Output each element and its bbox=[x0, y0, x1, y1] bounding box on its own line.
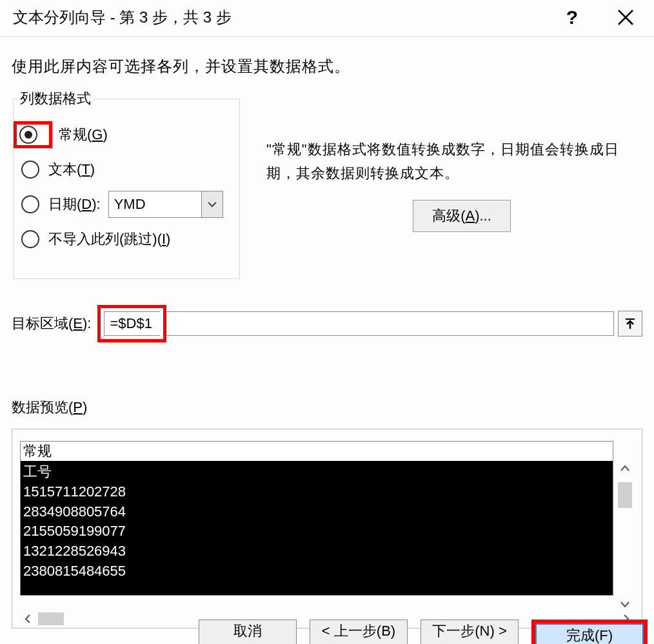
destination-row: 目标区域(E): =$D$1 bbox=[12, 305, 642, 342]
scroll-up-icon[interactable] bbox=[617, 460, 633, 476]
radio-date[interactable] bbox=[21, 195, 39, 213]
group-title: 列数据格式 bbox=[17, 89, 94, 108]
next-button[interactable]: 下一步(N) > bbox=[421, 620, 519, 644]
date-format-value: YMD bbox=[109, 191, 201, 217]
destination-input-rest[interactable] bbox=[163, 311, 614, 336]
format-description: "常规"数据格式将数值转换成数字，日期值会转换成日期，其余数据则转换成文本。 bbox=[266, 137, 647, 186]
vertical-scrollbar[interactable] bbox=[616, 460, 634, 612]
cancel-button[interactable]: 取消 bbox=[199, 620, 297, 644]
radio-text[interactable] bbox=[21, 161, 39, 179]
radio-skip-row[interactable]: 不导入此列(跳过)(I) bbox=[14, 222, 239, 257]
help-icon[interactable]: ? bbox=[566, 6, 578, 28]
radio-text-row[interactable]: 文本(T) bbox=[14, 152, 239, 187]
range-picker-icon[interactable] bbox=[618, 311, 642, 337]
radio-skip[interactable] bbox=[21, 230, 39, 248]
preview-frame: 常规 工号 1515711202728 2834908805764 215505… bbox=[12, 429, 642, 629]
column-format-group: 列数据格式 常规(G) 文本(T) 日期(D): YMD bbox=[13, 99, 240, 279]
preview-data: 工号 1515711202728 2834908805764 215505919… bbox=[21, 461, 613, 595]
finish-button-highlight: 完成(F) bbox=[531, 620, 648, 644]
destination-input-wrap: =$D$1 bbox=[97, 305, 642, 342]
chevron-down-icon[interactable] bbox=[201, 191, 223, 217]
close-icon[interactable] bbox=[617, 8, 635, 26]
radio-general-row[interactable]: 常规(G) bbox=[14, 117, 239, 152]
finish-button[interactable]: 完成(F) bbox=[535, 623, 644, 644]
preview-column-header[interactable]: 常规 bbox=[21, 442, 613, 461]
highlight-general bbox=[14, 121, 52, 148]
date-format-combo[interactable]: YMD bbox=[108, 191, 223, 218]
scroll-thumb-vertical[interactable] bbox=[618, 482, 632, 508]
svg-rect-0 bbox=[626, 318, 635, 320]
destination-input[interactable]: =$D$1 bbox=[104, 311, 160, 336]
title-bar: 文本分列向导 - 第 3 步，共 3 步 ? bbox=[0, 0, 654, 37]
preview-section: 数据预览(P) 常规 工号 1515711202728 283490880576… bbox=[12, 398, 642, 629]
scroll-down-icon[interactable] bbox=[617, 597, 633, 612]
preview-label: 数据预览(P) bbox=[12, 398, 642, 417]
radio-date-label: 日期(D): bbox=[48, 195, 101, 214]
radio-general-label: 常规(G) bbox=[59, 125, 108, 144]
advanced-button[interactable]: 高级(A)... bbox=[413, 200, 511, 232]
radio-general[interactable] bbox=[19, 126, 37, 144]
preview-grid: 常规 工号 1515711202728 2834908805764 215505… bbox=[20, 441, 613, 596]
back-button[interactable]: < 上一步(B) bbox=[310, 620, 408, 644]
radio-date-row[interactable]: 日期(D): YMD bbox=[14, 187, 239, 222]
dialog-title: 文本分列向导 - 第 3 步，共 3 步 bbox=[13, 7, 232, 28]
radio-skip-label: 不导入此列(跳过)(I) bbox=[48, 229, 170, 249]
instruction-text: 使用此屏内容可选择各列，并设置其数据格式。 bbox=[12, 56, 642, 77]
dialog-body: 使用此屏内容可选择各列，并设置其数据格式。 列数据格式 常规(G) 文本(T) … bbox=[0, 37, 654, 629]
destination-label: 目标区域(E): bbox=[12, 314, 91, 333]
window-controls: ? bbox=[566, 6, 641, 28]
highlight-destination: =$D$1 bbox=[97, 305, 166, 342]
dialog-button-row: 取消 < 上一步(B) 下一步(N) > 完成(F) bbox=[0, 620, 654, 644]
radio-text-label: 文本(T) bbox=[48, 160, 95, 179]
